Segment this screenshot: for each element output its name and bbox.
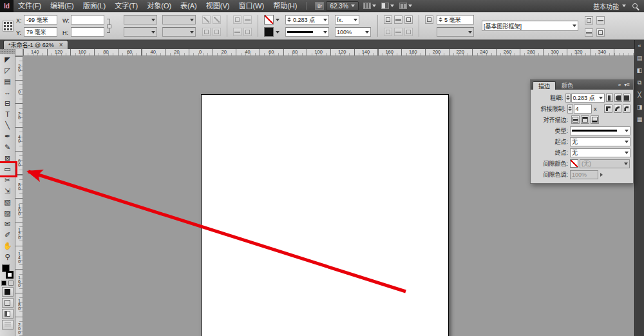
join-round-button[interactable]	[614, 104, 621, 113]
h-field[interactable]	[71, 27, 104, 37]
free-transform-tool[interactable]: ⇲	[1, 186, 15, 197]
normal-view-mode-button[interactable]	[2, 309, 14, 319]
line-tool[interactable]: ╲	[1, 120, 15, 131]
page-tool[interactable]: ▤	[1, 76, 15, 87]
rotation-angle-combo[interactable]	[162, 15, 196, 25]
arrange-documents-dropdown[interactable]	[399, 3, 412, 9]
cap-round-button[interactable]	[614, 94, 621, 102]
cap-butt-button[interactable]	[606, 94, 613, 102]
align-center-button[interactable]	[571, 115, 580, 124]
fill-stroke-swatches[interactable]	[1, 264, 15, 279]
object-styles-panel-icon[interactable]	[585, 16, 593, 25]
menu-item[interactable]: 版面(L)	[79, 0, 110, 12]
miter-stepper[interactable]	[567, 104, 573, 114]
flip-horizontal-icon[interactable]	[202, 28, 211, 36]
type-tool[interactable]: T	[1, 109, 15, 120]
pen-tool[interactable]: ✒	[1, 131, 15, 142]
rotate-90-cw-icon[interactable]	[202, 15, 211, 24]
stroke-swatch[interactable]	[6, 271, 14, 279]
layers-panel-icon[interactable]: ◧	[636, 66, 643, 74]
document-page[interactable]	[201, 94, 449, 336]
menu-item[interactable]: 表(A)	[176, 0, 202, 12]
search-icon[interactable]	[632, 3, 638, 8]
effects-combo[interactable]: fx.	[335, 15, 359, 25]
text-wrap-around-icon[interactable]	[394, 15, 402, 24]
select-next-object-icon[interactable]	[243, 28, 252, 36]
pages-panel-icon[interactable]: ▤	[636, 54, 643, 62]
text-wrap-none-icon[interactable]	[384, 15, 392, 24]
end-combo[interactable]: 无	[570, 148, 630, 157]
view-options-dropdown[interactable]	[363, 3, 376, 9]
color-panel-icon[interactable]: ◨	[636, 103, 643, 111]
close-icon[interactable]: ×	[59, 42, 63, 48]
stroke-weight-combo[interactable]: 0.283 点	[285, 15, 329, 25]
content-collector-tool[interactable]: ⊟	[1, 98, 15, 109]
stroke-type-combo[interactable]	[570, 126, 630, 135]
corner-shape-combo[interactable]	[437, 27, 474, 37]
default-fill-stroke-icon[interactable]	[1, 281, 6, 286]
cap-projecting-button[interactable]	[623, 94, 630, 102]
x-field[interactable]: -99 毫米	[24, 15, 57, 25]
selection-tool[interactable]: ◤	[1, 54, 15, 65]
join-miter-button[interactable]	[604, 104, 612, 113]
menu-item[interactable]: 文件(F)	[14, 0, 46, 12]
menu-item[interactable]: 文字(T)	[110, 0, 142, 12]
hand-tool[interactable]: ✋	[1, 241, 15, 252]
reference-point-proxy[interactable]	[3, 21, 14, 32]
align-inside-button[interactable]	[581, 115, 589, 124]
apply-none-button[interactable]	[2, 298, 14, 308]
constrain-proportions-link-icon[interactable]	[107, 19, 110, 33]
menu-item[interactable]: 视图(V)	[202, 0, 234, 12]
direct-selection-tool[interactable]: ◸	[1, 65, 15, 76]
select-container-icon[interactable]	[233, 15, 242, 24]
pencil-tool[interactable]: ✎	[1, 142, 15, 153]
wrap-options-icon-2[interactable]	[394, 28, 402, 36]
stroke-style-combo[interactable]	[285, 27, 329, 37]
gap-tint-field[interactable]: 100%	[570, 170, 598, 179]
panel-tab[interactable]: 描边	[533, 81, 556, 90]
miter-field[interactable]: 4	[574, 104, 592, 114]
weight-combo[interactable]: 0.283 点	[571, 94, 605, 103]
stroke-swatch-none[interactable]	[264, 15, 274, 25]
scale-x-combo[interactable]	[124, 15, 157, 25]
object-style-combo[interactable]: [基本图形框架]	[482, 21, 578, 31]
select-content-icon[interactable]	[243, 15, 252, 24]
menu-item[interactable]: 编辑(E)	[46, 0, 79, 12]
swatches-panel-icon[interactable]: ▦	[636, 115, 643, 123]
horizontal-ruler[interactable]	[23, 49, 634, 56]
corner-radius-stepper[interactable]	[439, 17, 442, 22]
panel-menu-icon[interactable]: ▾≡	[624, 82, 630, 88]
stroke-panel-icon[interactable]: ╳	[636, 91, 643, 99]
eyedropper-tool[interactable]: ✐	[1, 230, 15, 241]
rectangle-frame-tool[interactable]: ⊠	[1, 153, 15, 164]
gap-color-combo[interactable]: (无)	[580, 159, 630, 168]
fill-swatch[interactable]	[264, 27, 274, 37]
panel-options-icon[interactable]	[585, 28, 593, 37]
screen-mode-button[interactable]	[2, 320, 14, 330]
chevron-down-icon[interactable]	[276, 31, 279, 34]
screen-mode-dropdown[interactable]	[381, 3, 394, 9]
align-outside-button[interactable]	[591, 115, 599, 124]
flip-vertical-icon[interactable]	[213, 28, 221, 36]
shear-angle-combo[interactable]	[162, 27, 196, 37]
wrap-options-icon-3[interactable]	[404, 28, 413, 36]
gradient-feather-tool[interactable]: ▨	[1, 208, 15, 219]
gap-color-none-swatch[interactable]	[570, 159, 578, 168]
panel-tab[interactable]: 颜色	[556, 81, 578, 90]
menu-item[interactable]: 窗口(W)	[234, 0, 269, 12]
swap-fill-stroke-icon[interactable]	[8, 281, 14, 286]
ruler-origin-corner[interactable]	[15, 49, 23, 56]
document-tab[interactable]: *未命名-1 @ 62% ×	[3, 40, 68, 49]
y-field[interactable]: 79 毫米	[24, 27, 57, 37]
apply-color-button[interactable]	[2, 287, 14, 297]
scissors-tool[interactable]: ✂	[1, 175, 15, 186]
zoom-level-combo[interactable]: 62.3%	[326, 1, 358, 11]
quick-apply-icon[interactable]	[596, 16, 605, 25]
panel-menu-icon[interactable]	[596, 28, 605, 37]
bridge-icon[interactable]: Br	[315, 2, 324, 10]
opacity-combo[interactable]: 100%	[335, 27, 371, 37]
expand-panels-icon[interactable]: «	[636, 42, 643, 50]
start-combo[interactable]: 无	[570, 137, 630, 146]
panel-collapse-icon[interactable]: »	[618, 82, 621, 88]
chevron-down-icon[interactable]	[276, 19, 279, 21]
